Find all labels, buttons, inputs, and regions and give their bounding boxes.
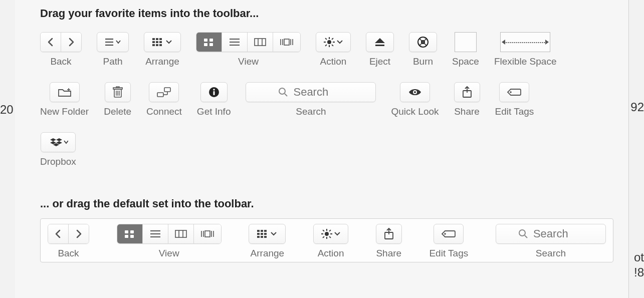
search-field[interactable] [246, 82, 376, 102]
palette-item-delete[interactable]: Delete [104, 82, 131, 117]
svg-rect-9 [152, 44, 155, 46]
default-label: Edit Tags [429, 248, 468, 259]
edit-tags-button[interactable] [499, 82, 529, 102]
arrow-right-icon [545, 40, 549, 45]
default-item-back[interactable]: Back [48, 224, 89, 259]
palette-item-arrange[interactable]: Arrange [144, 32, 181, 67]
palette-item-burn[interactable]: Burn [409, 32, 437, 67]
dropbox-button[interactable] [41, 132, 76, 152]
search-input[interactable] [293, 86, 343, 99]
view-list-button[interactable] [222, 33, 247, 52]
burn-button[interactable] [409, 32, 437, 52]
svg-rect-13 [209, 39, 213, 42]
palette-item-back[interactable]: Back [40, 32, 82, 67]
forward-button[interactable] [61, 33, 81, 52]
svg-point-27 [327, 40, 331, 44]
default-item-search[interactable]: Search [496, 224, 606, 259]
svg-rect-19 [255, 39, 266, 46]
palette-label: Quick Look [391, 106, 439, 117]
palette-item-new-folder[interactable]: New Folder [40, 82, 89, 117]
svg-rect-29 [329, 45, 330, 47]
share-button[interactable] [454, 82, 480, 102]
svg-rect-73 [150, 230, 160, 231]
action-button[interactable] [313, 224, 348, 244]
palette-item-share[interactable]: Share [454, 82, 480, 117]
view-coverflow-button[interactable] [193, 224, 221, 243]
svg-rect-99 [329, 236, 331, 238]
space-slot[interactable] [455, 32, 477, 52]
palette-item-action[interactable]: Action [316, 32, 351, 67]
palette-item-space[interactable]: Space [452, 32, 479, 67]
search-field[interactable] [496, 224, 606, 244]
svg-point-60 [414, 91, 416, 93]
delete-button[interactable] [105, 82, 131, 102]
svg-rect-100 [329, 229, 331, 231]
view-coverflow-button[interactable] [273, 33, 300, 52]
eject-button[interactable] [366, 32, 394, 52]
background-text: 92 [630, 100, 644, 114]
search-icon [518, 229, 528, 239]
svg-rect-75 [150, 236, 160, 237]
arrange-button[interactable] [144, 32, 181, 52]
heading-drag-favorites: Drag your favorite items into the toolba… [40, 7, 613, 20]
svg-rect-90 [257, 236, 260, 238]
background-text: 20 [0, 103, 14, 117]
svg-rect-69 [125, 230, 128, 233]
action-button[interactable] [316, 32, 351, 52]
palette-item-get-info[interactable]: Get Info [197, 82, 231, 117]
svg-rect-70 [130, 230, 134, 233]
palette-item-search[interactable]: Search [246, 82, 376, 117]
view-column-button[interactable] [168, 224, 193, 243]
palette-label: Flexible Space [494, 56, 557, 67]
default-item-arrange[interactable]: Arrange [249, 224, 286, 259]
share-button[interactable] [376, 224, 402, 244]
palette-item-path[interactable]: Path [97, 32, 129, 67]
svg-line-106 [525, 235, 527, 238]
flexible-space-slot[interactable] [500, 32, 550, 52]
arrange-button[interactable] [249, 224, 286, 244]
palette-item-dropbox[interactable]: Dropbox [40, 132, 76, 167]
palette-label: Space [452, 56, 479, 67]
svg-rect-15 [209, 43, 213, 46]
connect-button[interactable] [149, 82, 179, 102]
search-input[interactable] [533, 227, 583, 240]
palette-label: Dropbox [40, 156, 76, 167]
forward-button[interactable] [68, 224, 89, 243]
default-item-share[interactable]: Share [376, 224, 402, 259]
default-set[interactable]: Back View Arr [40, 218, 613, 262]
palette-label: Get Info [197, 106, 231, 117]
path-button[interactable] [97, 32, 129, 52]
default-item-action[interactable]: Action [313, 224, 348, 259]
palette-item-view[interactable]: View [196, 32, 301, 67]
svg-rect-28 [329, 37, 330, 39]
svg-marker-65 [56, 138, 62, 141]
view-icon-button[interactable] [196, 33, 222, 52]
svg-rect-37 [375, 45, 384, 46]
view-list-button[interactable] [142, 224, 168, 243]
svg-rect-34 [331, 38, 333, 40]
svg-rect-0 [105, 39, 113, 40]
svg-rect-12 [204, 39, 207, 42]
palette-item-eject[interactable]: Eject [366, 32, 394, 67]
svg-rect-5 [159, 38, 162, 40]
svg-rect-96 [321, 233, 323, 234]
view-icon-button[interactable] [117, 224, 142, 243]
palette-item-edit-tags[interactable]: Edit Tags [495, 82, 534, 117]
back-button[interactable] [48, 224, 68, 243]
svg-point-63 [510, 91, 512, 93]
edit-tags-button[interactable] [434, 224, 464, 244]
back-button[interactable] [41, 33, 61, 52]
svg-marker-36 [375, 38, 385, 43]
customize-toolbar-sheet: Drag your favorite items into the toolba… [15, 0, 629, 298]
svg-rect-76 [175, 230, 186, 237]
get-info-button[interactable] [200, 82, 228, 102]
default-item-view[interactable]: View [117, 224, 222, 259]
palette-item-quick-look[interactable]: Quick Look [391, 82, 439, 117]
view-column-button[interactable] [247, 33, 273, 52]
default-item-edit-tags[interactable]: Edit Tags [429, 224, 468, 259]
quick-look-button[interactable] [400, 82, 430, 102]
new-folder-button[interactable] [50, 82, 80, 102]
palette-item-flexible-space[interactable]: Flexible Space [494, 32, 557, 67]
palette-label: Share [454, 106, 480, 117]
palette-item-connect[interactable]: Connect [146, 82, 182, 117]
